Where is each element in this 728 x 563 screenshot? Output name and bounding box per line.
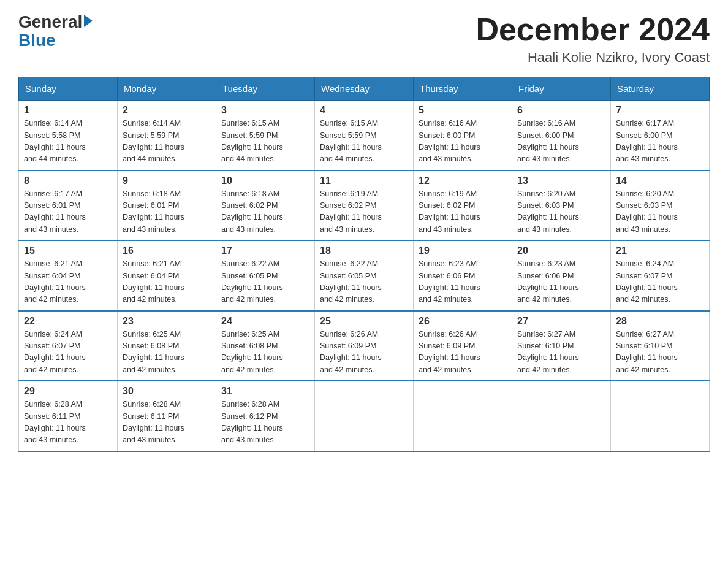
day-number: 13 [517,175,605,186]
day-number: 19 [419,245,507,256]
day-info: Sunrise: 6:23 AM Sunset: 6:06 PM Dayligh… [517,258,605,306]
calendar-cell: 1 Sunrise: 6:14 AM Sunset: 5:58 PM Dayli… [19,101,118,170]
day-info: Sunrise: 6:27 AM Sunset: 6:10 PM Dayligh… [616,329,704,377]
header-tuesday: Tuesday [216,77,315,101]
day-info: Sunrise: 6:17 AM Sunset: 6:01 PM Dayligh… [24,188,112,236]
calendar-cell: 4 Sunrise: 6:15 AM Sunset: 5:59 PM Dayli… [315,101,414,170]
calendar-cell: 3 Sunrise: 6:15 AM Sunset: 5:59 PM Dayli… [216,101,315,170]
week-row-1: 1 Sunrise: 6:14 AM Sunset: 5:58 PM Dayli… [19,101,710,170]
day-number: 16 [123,245,211,256]
day-info: Sunrise: 6:22 AM Sunset: 6:05 PM Dayligh… [221,258,309,306]
day-info: Sunrise: 6:18 AM Sunset: 6:02 PM Dayligh… [221,188,309,236]
day-number: 23 [123,316,211,327]
calendar-cell: 6 Sunrise: 6:16 AM Sunset: 6:00 PM Dayli… [512,101,611,170]
calendar-cell: 29 Sunrise: 6:28 AM Sunset: 6:11 PM Dayl… [19,381,118,451]
calendar-cell [315,381,414,451]
calendar-cell [611,381,710,451]
day-number: 29 [24,386,112,397]
calendar-cell: 5 Sunrise: 6:16 AM Sunset: 6:00 PM Dayli… [414,101,512,170]
header-monday: Monday [118,77,216,101]
day-info: Sunrise: 6:18 AM Sunset: 6:01 PM Dayligh… [123,188,211,236]
day-info: Sunrise: 6:22 AM Sunset: 6:05 PM Dayligh… [320,258,408,306]
calendar-cell: 15 Sunrise: 6:21 AM Sunset: 6:04 PM Dayl… [19,240,118,311]
week-row-4: 22 Sunrise: 6:24 AM Sunset: 6:07 PM Dayl… [19,311,710,381]
day-number: 12 [419,175,507,186]
page-header: General Blue December 2024 Haali Kolie N… [18,12,710,66]
calendar-cell: 8 Sunrise: 6:17 AM Sunset: 6:01 PM Dayli… [19,170,118,241]
calendar-cell: 24 Sunrise: 6:25 AM Sunset: 6:08 PM Dayl… [216,311,315,381]
day-info: Sunrise: 6:15 AM Sunset: 5:59 PM Dayligh… [320,118,408,166]
header-wednesday: Wednesday [315,77,414,101]
day-number: 26 [419,316,507,327]
day-info: Sunrise: 6:16 AM Sunset: 6:00 PM Dayligh… [517,118,605,166]
day-info: Sunrise: 6:24 AM Sunset: 6:07 PM Dayligh… [616,258,704,306]
day-number: 17 [221,245,309,256]
calendar-cell: 30 Sunrise: 6:28 AM Sunset: 6:11 PM Dayl… [118,381,216,451]
calendar-cell: 11 Sunrise: 6:19 AM Sunset: 6:02 PM Dayl… [315,170,414,241]
header-sunday: Sunday [19,77,118,101]
calendar-cell: 22 Sunrise: 6:24 AM Sunset: 6:07 PM Dayl… [19,311,118,381]
day-number: 21 [616,245,704,256]
calendar-table: SundayMondayTuesdayWednesdayThursdayFrid… [18,77,710,452]
day-info: Sunrise: 6:14 AM Sunset: 5:58 PM Dayligh… [24,118,112,166]
calendar-cell: 21 Sunrise: 6:24 AM Sunset: 6:07 PM Dayl… [611,240,710,311]
day-number: 15 [24,245,112,256]
calendar-cell: 23 Sunrise: 6:25 AM Sunset: 6:08 PM Dayl… [118,311,216,381]
week-row-3: 15 Sunrise: 6:21 AM Sunset: 6:04 PM Dayl… [19,240,710,311]
calendar-cell: 16 Sunrise: 6:21 AM Sunset: 6:04 PM Dayl… [118,240,216,311]
day-info: Sunrise: 6:20 AM Sunset: 6:03 PM Dayligh… [616,188,704,236]
day-info: Sunrise: 6:15 AM Sunset: 5:59 PM Dayligh… [221,118,309,166]
calendar-cell: 25 Sunrise: 6:26 AM Sunset: 6:09 PM Dayl… [315,311,414,381]
day-info: Sunrise: 6:19 AM Sunset: 6:02 PM Dayligh… [419,188,507,236]
day-info: Sunrise: 6:25 AM Sunset: 6:08 PM Dayligh… [221,329,309,377]
location-title: Haali Kolie Nzikro, Ivory Coast [476,50,710,66]
header-saturday: Saturday [611,77,710,101]
day-number: 3 [221,105,309,116]
day-number: 7 [616,105,704,116]
day-info: Sunrise: 6:28 AM Sunset: 6:11 PM Dayligh… [123,399,211,446]
header-friday: Friday [512,77,611,101]
day-number: 11 [320,175,408,186]
calendar-cell: 18 Sunrise: 6:22 AM Sunset: 6:05 PM Dayl… [315,240,414,311]
logo-arrow-icon [84,15,93,27]
day-info: Sunrise: 6:26 AM Sunset: 6:09 PM Dayligh… [419,329,507,377]
header-thursday: Thursday [414,77,512,101]
calendar-cell [414,381,512,451]
day-number: 27 [517,316,605,327]
day-info: Sunrise: 6:19 AM Sunset: 6:02 PM Dayligh… [320,188,408,236]
day-number: 10 [221,175,309,186]
day-number: 1 [24,105,112,116]
calendar-cell: 14 Sunrise: 6:20 AM Sunset: 6:03 PM Dayl… [611,170,710,241]
logo-text: General [18,12,93,32]
logo-blue-text: Blue [18,31,56,50]
day-number: 4 [320,105,408,116]
calendar-cell: 7 Sunrise: 6:17 AM Sunset: 6:00 PM Dayli… [611,101,710,170]
day-number: 14 [616,175,704,186]
calendar-header-row: SundayMondayTuesdayWednesdayThursdayFrid… [19,77,710,101]
day-info: Sunrise: 6:14 AM Sunset: 5:59 PM Dayligh… [123,118,211,166]
week-row-5: 29 Sunrise: 6:28 AM Sunset: 6:11 PM Dayl… [19,381,710,451]
day-number: 24 [221,316,309,327]
day-info: Sunrise: 6:24 AM Sunset: 6:07 PM Dayligh… [24,329,112,377]
calendar-cell: 12 Sunrise: 6:19 AM Sunset: 6:02 PM Dayl… [414,170,512,241]
day-info: Sunrise: 6:23 AM Sunset: 6:06 PM Dayligh… [419,258,507,306]
month-title: December 2024 [476,12,710,47]
calendar-cell: 20 Sunrise: 6:23 AM Sunset: 6:06 PM Dayl… [512,240,611,311]
calendar-cell: 2 Sunrise: 6:14 AM Sunset: 5:59 PM Dayli… [118,101,216,170]
calendar-cell: 13 Sunrise: 6:20 AM Sunset: 6:03 PM Dayl… [512,170,611,241]
calendar-cell: 26 Sunrise: 6:26 AM Sunset: 6:09 PM Dayl… [414,311,512,381]
logo: General Blue [18,12,93,50]
day-info: Sunrise: 6:20 AM Sunset: 6:03 PM Dayligh… [517,188,605,236]
day-info: Sunrise: 6:28 AM Sunset: 6:12 PM Dayligh… [221,399,309,446]
calendar-cell: 17 Sunrise: 6:22 AM Sunset: 6:05 PM Dayl… [216,240,315,311]
day-info: Sunrise: 6:21 AM Sunset: 6:04 PM Dayligh… [123,258,211,306]
day-info: Sunrise: 6:16 AM Sunset: 6:00 PM Dayligh… [419,118,507,166]
calendar-cell: 28 Sunrise: 6:27 AM Sunset: 6:10 PM Dayl… [611,311,710,381]
week-row-2: 8 Sunrise: 6:17 AM Sunset: 6:01 PM Dayli… [19,170,710,241]
day-number: 22 [24,316,112,327]
calendar-cell: 19 Sunrise: 6:23 AM Sunset: 6:06 PM Dayl… [414,240,512,311]
day-number: 30 [123,386,211,397]
calendar-cell: 31 Sunrise: 6:28 AM Sunset: 6:12 PM Dayl… [216,381,315,451]
day-number: 2 [123,105,211,116]
day-info: Sunrise: 6:21 AM Sunset: 6:04 PM Dayligh… [24,258,112,306]
